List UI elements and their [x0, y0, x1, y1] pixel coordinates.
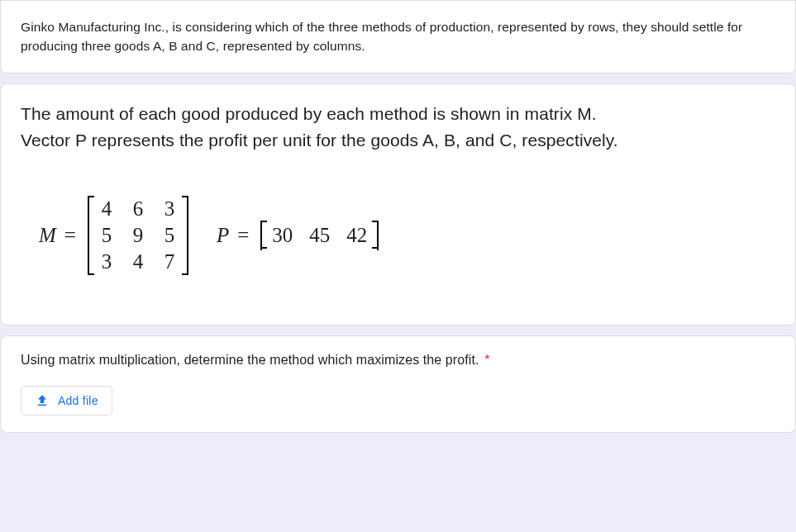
equals-sign-p: =	[236, 224, 250, 247]
p-cell: 45	[309, 224, 330, 247]
m-cell: 5	[162, 224, 177, 247]
bracket-right-icon	[184, 196, 192, 275]
add-file-label: Add file	[58, 394, 98, 407]
vector-p: 30 45 42	[257, 221, 382, 250]
m-cell: 4	[131, 250, 145, 273]
m-cell: 6	[131, 197, 145, 221]
matrix-m-block: M = 4 6 3 5 9 5 3 4 7	[39, 196, 192, 275]
matrix-m-body: 4 6 3 5 9 5 3 4 7	[93, 196, 184, 275]
description-line-1: The amount of each good produced by each…	[21, 101, 775, 128]
equals-sign-m: =	[63, 224, 78, 247]
m-cell: 4	[99, 197, 114, 221]
vector-p-label: P	[217, 224, 229, 247]
description-line-2: Vector P represents the profit per unit …	[21, 127, 775, 154]
add-file-button[interactable]: Add file	[21, 386, 112, 416]
m-cell: 5	[99, 224, 114, 247]
intro-text: Ginko Manufacturing Inc., is considering…	[21, 17, 775, 56]
question-card: Using matrix multiplication, determine t…	[0, 335, 796, 433]
vector-p-block: P = 30 45 42	[217, 221, 382, 250]
m-cell: 3	[99, 250, 114, 273]
upload-icon	[35, 393, 50, 408]
question-label: Using matrix multiplication, determine t…	[21, 353, 479, 367]
vector-p-body: 30 45 42	[265, 221, 374, 250]
m-cell: 3	[162, 197, 177, 221]
bracket-left-icon	[84, 196, 93, 275]
p-cell: 30	[272, 224, 293, 247]
required-asterisk: *	[484, 353, 489, 367]
matrix-m: 4 6 3 5 9 5 3 4 7	[84, 196, 192, 275]
m-cell: 9	[131, 224, 145, 247]
description-card: The amount of each good produced by each…	[0, 83, 796, 325]
question-text: Using matrix multiplication, determine t…	[21, 353, 775, 368]
m-cell: 7	[162, 250, 177, 273]
bracket-right-icon	[374, 221, 382, 250]
matrix-area: M = 4 6 3 5 9 5 3 4 7 P =	[21, 196, 775, 275]
p-cell: 42	[346, 224, 367, 247]
bracket-left-icon	[257, 221, 265, 250]
intro-card: Ginko Manufacturing Inc., is considering…	[0, 0, 796, 74]
matrix-m-label: M	[39, 224, 56, 247]
